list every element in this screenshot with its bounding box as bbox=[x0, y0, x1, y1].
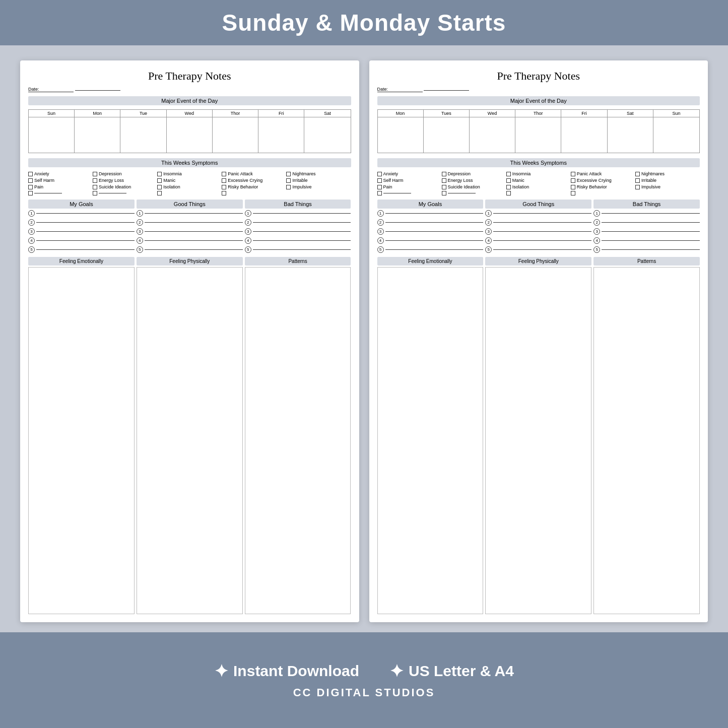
patterns-header-right: Patterns bbox=[593, 257, 700, 266]
symptom-impulsive-right: Impulsive bbox=[635, 184, 700, 189]
symptom-crying-left: Excessive Crying bbox=[222, 178, 286, 183]
symptom-impulsive-left: Impulsive bbox=[286, 184, 351, 189]
feeling-physical-header-left: Feeling Physically bbox=[137, 257, 243, 266]
symptom-blank4-right bbox=[571, 191, 635, 195]
footer-badges: ✦ Instant Download ✦ US Letter & A4 bbox=[214, 661, 514, 681]
goal-item-3: 3 bbox=[28, 228, 135, 235]
symptom-anxiety-right: Anxiety bbox=[377, 171, 442, 176]
symptom-isolation-right: Isolation bbox=[506, 184, 571, 189]
symptoms-grid-left: Anxiety Depression Insomnia Panic Attack… bbox=[28, 171, 351, 195]
badge-us-letter: ✦ US Letter & A4 bbox=[389, 661, 514, 681]
good-item-2: 2 bbox=[137, 219, 243, 226]
date-underline-right bbox=[424, 90, 469, 91]
checkbox[interactable] bbox=[157, 185, 162, 189]
feeling-physical-box-right bbox=[485, 267, 591, 614]
star-icon-1: ✦ bbox=[214, 661, 228, 681]
day-cell-fri-r: Fri bbox=[561, 110, 607, 153]
checkbox[interactable] bbox=[93, 185, 97, 189]
bottom-section-right: Feeling Emotionally Feeling Physically P… bbox=[377, 257, 700, 614]
bad-header-right: Bad Things bbox=[593, 200, 700, 209]
checkbox[interactable] bbox=[286, 172, 291, 176]
bad-item-5: 5 bbox=[245, 246, 351, 253]
symptom-panic-right: Panic Attack bbox=[571, 171, 635, 176]
patterns-box-left bbox=[245, 267, 351, 614]
bottom-section-left: Feeling Emotionally Feeling Physically P… bbox=[28, 257, 351, 614]
goals-list-left: 1 2 3 4 5 bbox=[28, 210, 135, 253]
footer-brand: CC DIGITAL STUDIOS bbox=[293, 686, 435, 699]
symptom-blank5-left bbox=[286, 191, 351, 195]
checkbox[interactable] bbox=[286, 178, 291, 183]
page-left: Pre Therapy Notes Date: Major Event of t… bbox=[20, 60, 359, 622]
day-cell-sun-r: Sun bbox=[653, 110, 699, 153]
feeling-emotional-box-left bbox=[28, 267, 135, 614]
symptom-blank2-right bbox=[442, 191, 506, 195]
symptom-irritable-left: Irritable bbox=[286, 178, 351, 183]
day-cell-mon-r: Mon bbox=[378, 110, 424, 153]
goals-section-left: My Goals 1 2 3 4 5 Good Things 1 2 3 4 5 bbox=[28, 200, 351, 253]
goals-section-right: My Goals 1 2 3 4 5 Good Things 1 2 3 4 5 bbox=[377, 200, 700, 253]
day-cell-sat: Sat bbox=[304, 110, 350, 153]
symptom-energyloss-left: Energy Loss bbox=[93, 178, 157, 183]
bad-item-4: 4 bbox=[245, 237, 351, 244]
goal-item-1: 1 bbox=[28, 210, 135, 217]
symptom-isolation-left: Isolation bbox=[157, 184, 222, 189]
day-cell-fri: Fri bbox=[258, 110, 304, 153]
goals-col-left: My Goals 1 2 3 4 5 bbox=[28, 200, 135, 253]
symptoms-grid-right: Anxiety Depression Insomnia Panic Attack… bbox=[377, 171, 700, 195]
checkbox[interactable] bbox=[222, 185, 226, 189]
day-cell-sun: Sun bbox=[29, 110, 75, 153]
page-right: Pre Therapy Notes Date: Major Event of t… bbox=[369, 60, 708, 622]
good-col-right: Good Things 1 2 3 4 5 bbox=[485, 200, 591, 253]
checkbox[interactable] bbox=[93, 178, 97, 183]
symptom-selfharm-right: Self Harm bbox=[377, 178, 442, 183]
feeling-emotional-col-left: Feeling Emotionally bbox=[28, 257, 135, 614]
checkbox[interactable] bbox=[157, 178, 162, 183]
date-line-right: Date: bbox=[377, 87, 700, 92]
symptom-blank2-left bbox=[93, 191, 157, 195]
symptom-suicide-left: Suicide Ideation bbox=[93, 184, 157, 189]
symptom-panic-left: Panic Attack bbox=[222, 171, 286, 176]
checkbox[interactable] bbox=[222, 178, 226, 183]
bad-item-1: 1 bbox=[245, 210, 351, 217]
feeling-emotional-header-right: Feeling Emotionally bbox=[377, 257, 484, 266]
bad-list-right: 1 2 3 4 5 bbox=[593, 210, 700, 253]
symptom-insomnia-right: Insomnia bbox=[506, 171, 571, 176]
symptom-irritable-right: Irritable bbox=[635, 178, 700, 183]
goals-list-right: 1 2 3 4 5 bbox=[377, 210, 484, 253]
bad-col-right: Bad Things 1 2 3 4 5 bbox=[593, 200, 700, 253]
footer: ✦ Instant Download ✦ US Letter & A4 CC D… bbox=[0, 632, 728, 728]
symptom-blank1-left bbox=[28, 191, 93, 195]
day-cell-sat-r: Sat bbox=[608, 110, 653, 153]
good-header-left: Good Things bbox=[137, 200, 243, 209]
major-event-header-right: Major Event of the Day bbox=[377, 96, 700, 105]
checkbox[interactable] bbox=[222, 172, 226, 176]
feeling-physical-col-right: Feeling Physically bbox=[485, 257, 591, 614]
symptom-blank5-right bbox=[635, 191, 700, 195]
date-label-left: Date: bbox=[28, 87, 74, 92]
checkbox[interactable] bbox=[286, 185, 291, 189]
symptom-blank1-right bbox=[377, 191, 442, 195]
symptom-nightmares-right: Nightmares bbox=[635, 171, 700, 176]
symptom-nightmares-left: Nightmares bbox=[286, 171, 351, 176]
feeling-physical-col-left: Feeling Physically bbox=[137, 257, 243, 614]
date-label-right: Date: bbox=[377, 87, 423, 92]
bad-item-2: 2 bbox=[245, 219, 351, 226]
patterns-col-right: Patterns bbox=[593, 257, 700, 614]
star-icon-2: ✦ bbox=[389, 661, 404, 681]
day-cell-thor: Thor bbox=[213, 110, 258, 153]
goals-col-right: My Goals 1 2 3 4 5 bbox=[377, 200, 484, 253]
checkbox[interactable] bbox=[157, 172, 162, 176]
checkbox[interactable] bbox=[28, 185, 33, 189]
checkbox[interactable] bbox=[93, 172, 97, 176]
bad-item-3: 3 bbox=[245, 228, 351, 235]
checkbox[interactable] bbox=[28, 172, 33, 176]
good-item-4: 4 bbox=[137, 237, 243, 244]
day-grid-left: Sun Mon Tue Wed Thor Fri Sat bbox=[28, 109, 351, 153]
goals-header-right: My Goals bbox=[377, 200, 484, 209]
checkbox[interactable] bbox=[28, 178, 33, 183]
feeling-emotional-box-right bbox=[377, 267, 484, 614]
symptom-manic-right: Manic bbox=[506, 178, 571, 183]
patterns-header-left: Patterns bbox=[245, 257, 351, 266]
day-cell-mon: Mon bbox=[75, 110, 120, 153]
symptoms-header-right: This Weeks Symptoms bbox=[377, 158, 700, 167]
